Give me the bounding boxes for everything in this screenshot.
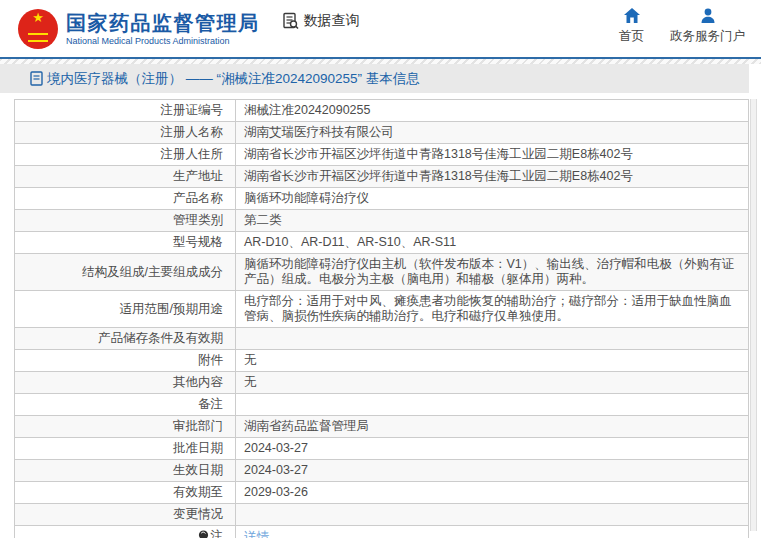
table-row: 注册证编号湘械注准20242090255: [15, 100, 749, 122]
data-query-label: 数据查询: [304, 12, 360, 30]
registration-info-table-wrap: 注册证编号湘械注准20242090255注册人名称湖南艾瑞医疗科技有限公司注册人…: [14, 99, 749, 538]
row-value: 湖南省药品监督管理局: [236, 416, 749, 438]
table-row: 注册人名称湖南艾瑞医疗科技有限公司: [15, 122, 749, 144]
document-icon: [30, 71, 43, 86]
nav-item-label: 政务服务门户: [670, 28, 745, 45]
row-label: 结构及组成/主要组成成分: [15, 254, 236, 291]
row-label: 批准日期: [15, 438, 236, 460]
nav-item-home[interactable]: 首页: [619, 8, 644, 45]
table-row: 备注: [15, 394, 749, 416]
row-label: 注册人住所: [15, 144, 236, 166]
row-label: 产品储存条件及有效期: [15, 328, 236, 350]
table-row: 其他内容无: [15, 372, 749, 394]
row-value: AR-D10、AR-D11、AR-S10、AR-S11: [236, 232, 749, 254]
breadcrumb: 境内医疗器械（注册） —— “湘械注准20242090255” 基本信息: [30, 70, 420, 88]
info-table-body: 注册证编号湘械注准20242090255注册人名称湖南艾瑞医疗科技有限公司注册人…: [15, 100, 749, 538]
row-value: 湖南艾瑞医疗科技有限公司: [236, 122, 749, 144]
row-label: 变更情况: [15, 504, 236, 526]
org-name-cn: 国家药品监督管理局: [66, 11, 260, 35]
row-value: 无: [236, 372, 749, 394]
row-value: 第二类: [236, 210, 749, 232]
registration-info-table: 注册证编号湘械注准20242090255注册人名称湖南艾瑞医疗科技有限公司注册人…: [14, 99, 749, 538]
row-value: 脑循环功能障碍治疗仪由主机（软件发布版本：V1）、输出线、治疗帽和电极（外购有证…: [236, 254, 749, 291]
row-label: 生效日期: [15, 460, 236, 482]
row-label: 型号规格: [15, 232, 236, 254]
row-label: 适用范围/预期用途: [15, 291, 236, 328]
table-row: 附件无: [15, 350, 749, 372]
detail-link[interactable]: 详情: [244, 530, 269, 538]
nav-item-portal[interactable]: 政务服务门户: [670, 8, 745, 45]
row-label: 其他内容: [15, 372, 236, 394]
row-value: 湘械注准20242090255: [236, 100, 749, 122]
row-value: 无: [236, 350, 749, 372]
table-row: 产品储存条件及有效期: [15, 328, 749, 350]
row-label: 备注: [15, 394, 236, 416]
note-bubble-icon: [198, 530, 209, 538]
table-row: 审批部门湖南省药品监督管理局: [15, 416, 749, 438]
table-row: 有效期至2029-03-26: [15, 482, 749, 504]
org-name-en: National Medical Products Administration: [66, 35, 260, 47]
site-header: ★ 国家药品监督管理局 National Medical Products Ad…: [0, 0, 761, 57]
table-row: 产品名称脑循环功能障碍治疗仪: [15, 188, 749, 210]
document-search-icon: [282, 12, 300, 30]
table-row: 批准日期2024-03-27: [15, 438, 749, 460]
breadcrumb-text: 境内医疗器械（注册） —— “湘械注准20242090255” 基本信息: [47, 70, 420, 88]
table-row: 型号规格AR-D10、AR-D11、AR-S10、AR-S11: [15, 232, 749, 254]
nav-item-label: 首页: [619, 28, 644, 45]
row-label: 管理类别: [15, 210, 236, 232]
row-value: [236, 394, 749, 416]
table-row: 生效日期2024-03-27: [15, 460, 749, 482]
org-title-block: 国家药品监督管理局 National Medical Products Admi…: [66, 11, 260, 47]
row-label: 注册证编号: [15, 100, 236, 122]
national-emblem-logo: ★: [18, 9, 58, 49]
row-value: 2024-03-27: [236, 460, 749, 482]
breadcrumb-bar: 境内医疗器械（注册） —— “湘械注准20242090255” 基本信息: [0, 64, 749, 93]
user-icon: [700, 8, 716, 23]
data-query-tab[interactable]: 数据查询: [282, 12, 360, 30]
table-row: 结构及组成/主要组成成分脑循环功能障碍治疗仪由主机（软件发布版本：V1）、输出线…: [15, 254, 749, 291]
page: ★ 国家药品监督管理局 National Medical Products Ad…: [0, 0, 761, 538]
row-value: 脑循环功能障碍治疗仪: [236, 188, 749, 210]
row-value: [236, 328, 749, 350]
row-value: 2024-03-27: [236, 438, 749, 460]
table-row: 变更情况: [15, 504, 749, 526]
row-label: 生产地址: [15, 166, 236, 188]
row-label: 注: [15, 526, 236, 538]
row-label: 附件: [15, 350, 236, 372]
row-value: 湖南省长沙市开福区沙坪街道中青路1318号佳海工业园二期E8栋402号: [236, 144, 749, 166]
row-value: 湖南省长沙市开福区沙坪街道中青路1318号佳海工业园二期E8栋402号: [236, 166, 749, 188]
row-label: 审批部门: [15, 416, 236, 438]
row-label: 有效期至: [15, 482, 236, 504]
row-label: 注册人名称: [15, 122, 236, 144]
emblem-gate-icon: [28, 33, 48, 42]
home-icon: [624, 8, 640, 23]
table-row: 注详情: [15, 526, 749, 538]
row-value: [236, 504, 749, 526]
row-label: 产品名称: [15, 188, 236, 210]
table-row: 适用范围/预期用途电疗部分：适用于对中风、瘫痪患者功能恢复的辅助治疗；磁疗部分：…: [15, 291, 749, 328]
row-value: 电疗部分：适用于对中风、瘫痪患者功能恢复的辅助治疗；磁疗部分：适用于缺血性脑血管…: [236, 291, 749, 328]
row-value: 2029-03-26: [236, 482, 749, 504]
table-row: 注册人住所湖南省长沙市开福区沙坪街道中青路1318号佳海工业园二期E8栋402号: [15, 144, 749, 166]
top-nav: 首页 政务服务门户: [619, 8, 745, 45]
row-value: 详情: [236, 526, 749, 538]
emblem-star-icon: ★: [32, 11, 44, 24]
table-row: 管理类别第二类: [15, 210, 749, 232]
table-row: 生产地址湖南省长沙市开福区沙坪街道中青路1318号佳海工业园二期E8栋402号: [15, 166, 749, 188]
scrollbar-track[interactable]: [750, 99, 757, 531]
